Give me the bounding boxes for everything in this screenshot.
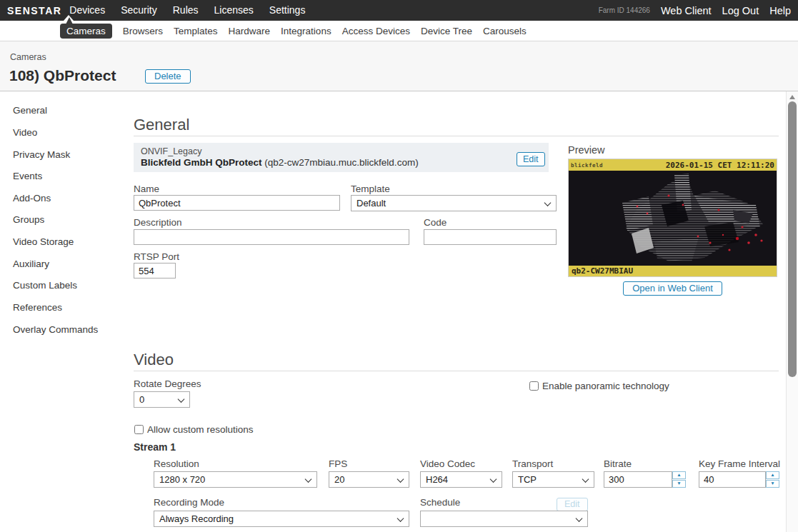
- sidebar-item-general[interactable]: General: [13, 105, 47, 116]
- fps-select[interactable]: 20: [329, 471, 409, 488]
- delete-button[interactable]: Delete: [145, 69, 191, 84]
- device-identity: Blickfeld GmbH QbProtect (qb2-cw27mbiau.…: [141, 157, 419, 168]
- rtsp-port-input[interactable]: [134, 263, 176, 278]
- section-divider: [134, 371, 779, 371]
- bitrate-label: Bitrate: [604, 458, 632, 469]
- preview-label: Preview: [568, 144, 605, 156]
- chevron-down-icon: [544, 199, 552, 206]
- tab-hardware[interactable]: Hardware: [229, 26, 271, 36]
- top-navbar: SENSTAR Devices Security Rules Licenses …: [0, 0, 798, 21]
- senstar-logo: SENSTAR: [7, 5, 61, 16]
- chevron-down-icon: [305, 476, 312, 483]
- key-frame-interval-label: Key Frame Interval: [699, 458, 780, 469]
- sidebar-item-auxiliary[interactable]: Auxiliary: [13, 259, 49, 269]
- preview-timestamp: 2026-01-15 CET 12:11:20: [666, 161, 774, 170]
- schedule-label: Schedule: [420, 497, 460, 508]
- spinner-up-icon[interactable]: ▲: [766, 471, 779, 479]
- resolution-label: Resolution: [154, 458, 199, 469]
- enable-panoramic-label: Enable panoramic technology: [542, 381, 669, 391]
- sidebar-item-video-storage[interactable]: Video Storage: [13, 236, 74, 247]
- sidebar-item-overlay-commands[interactable]: Overlay Commands: [13, 324, 98, 335]
- tab-templates[interactable]: Templates: [174, 26, 218, 36]
- tab-cameras[interactable]: Cameras: [60, 24, 112, 39]
- menu-rules[interactable]: Rules: [165, 0, 206, 21]
- spinner-down-icon[interactable]: ▼: [766, 480, 779, 488]
- scrollbar-up-arrow-icon[interactable]: [789, 95, 795, 99]
- device-hostname: (qb2-cw27mbiau.muc.blickfeld.com): [264, 157, 418, 168]
- sidebar-item-privacy-mask[interactable]: Privacy Mask: [13, 149, 70, 160]
- preview-overlay-top: blickfeld 2026-01-15 CET 12:11:20: [569, 159, 777, 171]
- farm-id-label: Farm ID 144266: [599, 6, 650, 14]
- devices-subnav: Cameras Browsers Templates Hardware Inte…: [0, 21, 798, 41]
- chevron-down-icon: [582, 476, 589, 483]
- enable-panoramic-checkbox[interactable]: [529, 381, 539, 391]
- camera-preview: blickfeld 2026-01-15 CET 12:11:20: [568, 159, 777, 277]
- stream-1-title: Stream 1: [134, 441, 176, 453]
- web-client-link[interactable]: Web Client: [661, 5, 712, 16]
- edit-device-button[interactable]: Edit: [517, 152, 545, 166]
- allow-custom-resolutions-label: Allow custom resolutions: [147, 424, 254, 435]
- sidebar-item-groups[interactable]: Groups: [13, 214, 44, 225]
- description-input[interactable]: [134, 229, 409, 245]
- help-link[interactable]: Help: [769, 5, 791, 16]
- schedule-edit-button[interactable]: Edit: [557, 498, 588, 511]
- chevron-down-icon: [397, 476, 404, 483]
- video-codec-label: Video Codec: [420, 458, 475, 469]
- sidebar-item-events[interactable]: Events: [13, 171, 42, 181]
- rotate-degrees-select[interactable]: 0: [134, 391, 190, 408]
- code-input[interactable]: [424, 229, 557, 245]
- scrollbar-thumb[interactable]: [788, 101, 797, 377]
- key-frame-interval-input[interactable]: [699, 471, 766, 488]
- bitrate-stepper: ▲ ▼: [672, 471, 686, 488]
- page-header: Cameras 108) QbProtect Delete: [0, 41, 798, 91]
- name-label: Name: [134, 184, 159, 194]
- spinner-down-icon[interactable]: ▼: [672, 480, 686, 488]
- preview-camera-id: qb2-CW27MBIAU: [569, 266, 777, 276]
- code-label: Code: [424, 217, 447, 228]
- key-frame-stepper: ▲ ▼: [766, 471, 779, 488]
- tab-carousels[interactable]: Carousels: [483, 26, 527, 36]
- chevron-down-icon: [490, 476, 497, 483]
- blickfeld-logo: blickfeld: [571, 162, 603, 169]
- sidebar-item-custom-labels[interactable]: Custom Labels: [13, 280, 77, 291]
- device-type-label: ONVIF_Legacy: [141, 146, 201, 156]
- chevron-down-icon: [397, 515, 404, 522]
- vertical-scrollbar[interactable]: [786, 91, 798, 532]
- resolution-select[interactable]: 1280 x 720: [154, 471, 317, 488]
- menu-security[interactable]: Security: [113, 0, 165, 21]
- device-name: Blickfeld GmbH QbProtect: [141, 157, 262, 168]
- log-out-link[interactable]: Log Out: [722, 5, 759, 16]
- tab-browsers[interactable]: Browsers: [123, 26, 163, 36]
- recording-mode-select[interactable]: Always Recording: [154, 511, 409, 527]
- sidebar-item-add-ons[interactable]: Add-Ons: [13, 193, 51, 204]
- bitrate-input[interactable]: [604, 471, 672, 488]
- fps-label: FPS: [329, 458, 347, 469]
- menu-licenses[interactable]: Licenses: [206, 0, 261, 21]
- name-input[interactable]: [134, 195, 340, 211]
- sidebar-item-video[interactable]: Video: [13, 127, 37, 138]
- section-title-video: Video: [134, 351, 174, 369]
- rtsp-port-label: RTSP Port: [134, 251, 179, 262]
- sidebar-item-references[interactable]: References: [13, 302, 62, 313]
- chevron-down-icon: [576, 515, 583, 522]
- open-in-web-client-button[interactable]: Open in Web Client: [623, 281, 722, 296]
- lidar-preview-image: [569, 171, 777, 266]
- tab-device-tree[interactable]: Device Tree: [421, 26, 472, 36]
- section-divider: [134, 136, 779, 136]
- spinner-up-icon[interactable]: ▲: [672, 471, 686, 479]
- video-codec-select[interactable]: H264: [420, 471, 502, 488]
- tab-access-devices[interactable]: Access Devices: [342, 26, 410, 36]
- template-label: Template: [351, 184, 390, 194]
- allow-custom-resolutions-checkbox[interactable]: [134, 425, 144, 434]
- tab-integrations[interactable]: Integrations: [281, 26, 331, 36]
- chevron-down-icon: [178, 396, 185, 403]
- page-title: 108) QbProtect: [9, 67, 116, 84]
- transport-select[interactable]: TCP: [512, 471, 594, 488]
- breadcrumb[interactable]: Cameras: [10, 52, 46, 62]
- template-select[interactable]: Default: [351, 195, 557, 211]
- menu-settings[interactable]: Settings: [261, 0, 314, 21]
- device-info-box: ONVIF_Legacy Blickfeld GmbH QbProtect (q…: [134, 143, 549, 172]
- rotate-degrees-label: Rotate Degrees: [134, 378, 201, 389]
- description-label: Description: [134, 217, 182, 228]
- schedule-select[interactable]: [420, 511, 588, 527]
